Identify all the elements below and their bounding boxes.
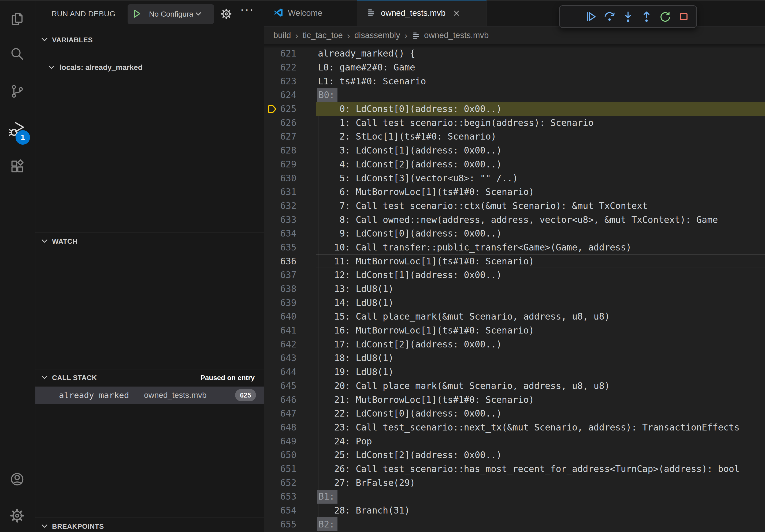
code-line-624[interactable]: 624B0: <box>264 88 765 102</box>
tab-owned-tests[interactable]: owned_tests.mvb <box>357 0 487 26</box>
code-line-649[interactable]: 649 24: Pop <box>264 434 765 448</box>
gutter[interactable]: 624 <box>264 88 316 102</box>
debug-start-icon[interactable] <box>131 8 142 20</box>
code-line-645[interactable]: 645 20: Call place_mark(&mut Scenario, a… <box>264 379 765 393</box>
gutter[interactable]: 635 <box>264 241 316 254</box>
sidebar-item-source-control[interactable] <box>0 77 34 107</box>
more-actions-icon[interactable]: ··· <box>240 3 254 16</box>
gutter[interactable]: 647 <box>264 406 316 420</box>
gutter[interactable]: 642 <box>264 337 316 351</box>
debug-settings-gear-icon[interactable] <box>220 8 233 21</box>
gutter[interactable]: 636 <box>264 254 316 268</box>
breadcrumb-item-build[interactable]: build <box>274 31 291 40</box>
code-line-632[interactable]: 632 7: Call test_scenario::ctx(&mut Scen… <box>264 199 765 213</box>
sidebar-item-extensions[interactable] <box>0 152 34 182</box>
call-stack-section-header[interactable]: CALL STACK Paused on entry <box>35 370 264 386</box>
code-line-643[interactable]: 643 18: LdU8(1) <box>264 351 765 365</box>
breadcrumb-item-file[interactable]: owned_tests.mvb <box>424 31 489 40</box>
step-into-button[interactable] <box>621 9 635 24</box>
code-line-650[interactable]: 650 25: LdConst[2](address: 0x00..) <box>264 448 765 462</box>
gutter[interactable]: 643 <box>264 351 316 365</box>
breadcrumb-item-tic-tac-toe[interactable]: tic_tac_toe <box>303 31 343 40</box>
code-line-651[interactable]: 651 26: Call test_scenario::has_most_rec… <box>264 462 765 476</box>
code-line-628[interactable]: 628 3: LdConst[1](address: 0x00..) <box>264 143 765 157</box>
code-line-635[interactable]: 635 10: Call transfer::public_transfer<G… <box>264 241 765 254</box>
manage-button[interactable] <box>0 501 34 531</box>
gutter[interactable]: 654 <box>264 504 316 518</box>
gutter[interactable]: 632 <box>264 199 316 213</box>
code-line-655[interactable]: 655B2: <box>264 517 765 531</box>
code-line-654[interactable]: 654 28: Branch(31) <box>264 504 765 518</box>
gutter[interactable]: 641 <box>264 324 316 338</box>
gutter[interactable]: 634 <box>264 227 316 241</box>
breakpoints-section-header[interactable]: BREAKPOINTS <box>35 518 264 532</box>
code-line-630[interactable]: 630 5: LdConst[3](vector<u8>: "" /..) <box>264 171 765 185</box>
gutter[interactable]: 633 <box>264 213 316 227</box>
gutter[interactable]: 626 <box>264 116 316 130</box>
locals-scope-row[interactable]: locals: already_marked <box>35 60 264 76</box>
launch-configuration-dropdown[interactable]: No Configura <box>128 4 214 24</box>
gutter[interactable]: 623 <box>264 74 316 88</box>
stop-button[interactable] <box>677 9 691 24</box>
call-stack-frame-row[interactable]: already_marked owned_tests.mvb 625 <box>35 387 264 404</box>
gutter[interactable]: 644 <box>264 365 316 379</box>
account-button[interactable] <box>0 465 34 494</box>
gutter[interactable]: 638 <box>264 282 316 296</box>
gutter[interactable]: 637 <box>264 268 316 282</box>
code-line-652[interactable]: 652 27: BrFalse(29) <box>264 476 765 490</box>
gutter[interactable]: 639 <box>264 296 316 310</box>
code-line-633[interactable]: 633 8: Call owned::new(address, address,… <box>264 213 765 227</box>
tab-welcome[interactable]: Welcome <box>264 0 357 26</box>
gutter[interactable]: 627 <box>264 130 316 143</box>
code-line-627[interactable]: 627 2: StLoc[1](ts#1#0: Scenario) <box>264 130 765 143</box>
code-line-644[interactable]: 644 19: LdU8(1) <box>264 365 765 379</box>
code-line-653[interactable]: 653B1: <box>264 490 765 504</box>
step-over-button[interactable] <box>602 9 617 24</box>
gutter[interactable]: 629 <box>264 157 316 171</box>
gutter[interactable]: 648 <box>264 420 316 434</box>
code-line-637[interactable]: 637 12: LdConst[1](address: 0x00..) <box>264 268 765 282</box>
code-line-639[interactable]: 639 14: LdU8(1) <box>264 296 765 310</box>
restart-button[interactable] <box>658 9 672 24</box>
gutter[interactable]: 651 <box>264 462 316 476</box>
gutter[interactable]: 628 <box>264 143 316 157</box>
code-line-622[interactable]: 622L0: game#2#0: Game <box>264 61 765 75</box>
breadcrumb-item-disassembly[interactable]: disassembly <box>355 31 400 40</box>
toolbar-drag-handle[interactable] <box>565 9 579 24</box>
code-line-631[interactable]: 631 6: MutBorrowLoc[1](ts#1#0: Scenario) <box>264 185 765 199</box>
gutter[interactable]: 640 <box>264 310 316 324</box>
code-line-648[interactable]: 648 23: Call test_scenario::next_tx(&mut… <box>264 420 765 434</box>
gutter[interactable]: 652 <box>264 476 316 490</box>
code-line-626[interactable]: 626 1: Call test_scenario::begin(address… <box>264 116 765 130</box>
code-line-647[interactable]: 647 22: LdConst[0](address: 0x00..) <box>264 406 765 420</box>
debug-toolbar[interactable] <box>559 5 697 28</box>
sidebar-item-explorer[interactable] <box>0 5 34 34</box>
code-line-640[interactable]: 640 15: Call place_mark(&mut Scenario, a… <box>264 310 765 324</box>
code-line-641[interactable]: 641 16: MutBorrowLoc[1](ts#1#0: Scenario… <box>264 324 765 338</box>
gutter[interactable]: 655 <box>264 517 316 531</box>
code-line-634[interactable]: 634 9: LdConst[0](address: 0x00..) <box>264 227 765 241</box>
gutter[interactable]: 646 <box>264 393 316 406</box>
gutter[interactable]: 653 <box>264 490 316 504</box>
code-line-625[interactable]: 625 0: LdConst[0](address: 0x00..) <box>264 102 765 116</box>
sidebar-item-search[interactable] <box>0 40 34 69</box>
gutter[interactable]: 650 <box>264 448 316 462</box>
step-out-button[interactable] <box>639 9 654 24</box>
gutter[interactable]: 622 <box>264 61 316 75</box>
code-line-623[interactable]: 623L1: ts#1#0: Scenario <box>264 74 765 88</box>
gutter[interactable]: 645 <box>264 379 316 393</box>
variables-section-header[interactable]: VARIABLES <box>35 32 264 48</box>
line-content: L1: ts#1#0: Scenario <box>316 74 765 88</box>
gutter[interactable]: 649 <box>264 434 316 448</box>
watch-section-header[interactable]: WATCH <box>35 233 264 250</box>
code-line-642[interactable]: 642 17: LdConst[2](address: 0x00..) <box>264 337 765 351</box>
gutter[interactable]: 631 <box>264 185 316 199</box>
code-line-629[interactable]: 629 4: LdConst[2](address: 0x00..) <box>264 157 765 171</box>
continue-button[interactable] <box>583 9 598 24</box>
gutter[interactable]: 625 <box>264 102 316 116</box>
close-icon[interactable] <box>452 9 461 18</box>
gutter[interactable]: 630 <box>264 171 316 185</box>
code-line-638[interactable]: 638 13: LdU8(1) <box>264 282 765 296</box>
code-line-646[interactable]: 646 21: MutBorrowLoc[1](ts#1#0: Scenario… <box>264 393 765 406</box>
code-line-636[interactable]: 636 11: MutBorrowLoc[1](ts#1#0: Scenario… <box>264 254 765 268</box>
